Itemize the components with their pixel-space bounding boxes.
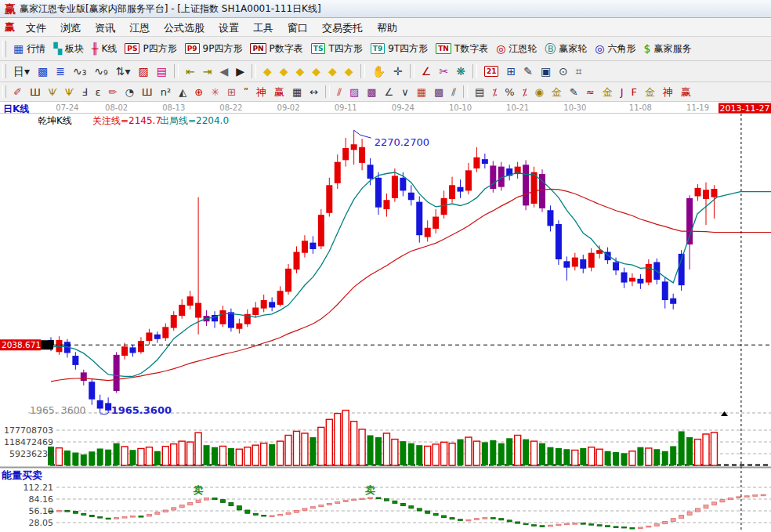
prev-page-button[interactable]: ◀ [216, 63, 231, 80]
t-percent-button[interactable]: ⁒ [489, 83, 500, 100]
energy-bar[interactable] [597, 525, 602, 527]
energy-bar[interactable] [196, 500, 201, 502]
candlestick[interactable] [219, 306, 226, 327]
volume-bar[interactable] [56, 448, 62, 465]
check-line-button[interactable]: ∨ [398, 83, 412, 100]
menu-item-4[interactable]: 江恩 [122, 20, 157, 35]
candlestick[interactable] [580, 255, 586, 273]
hist-panel-button[interactable]: ▤ [472, 83, 487, 100]
candlestick[interactable] [515, 162, 521, 179]
candlestick[interactable] [162, 324, 168, 341]
volume-bar[interactable] [138, 448, 144, 465]
wave-3-button[interactable]: ∿₃ [70, 63, 89, 80]
angle-mirror-button[interactable]: ◭ [176, 83, 190, 100]
volume-bar[interactable] [204, 445, 210, 465]
menu-item-7[interactable]: 工具 [246, 20, 281, 35]
gold-comb-2-button[interactable]: Ѱ [62, 83, 77, 100]
candlestick[interactable] [473, 147, 480, 172]
volume-bar[interactable] [367, 436, 374, 465]
candlestick[interactable] [130, 345, 136, 356]
calculator-button[interactable]: ⊞ [503, 63, 519, 80]
parallel-lines-button[interactable]: ⫽ [448, 83, 459, 100]
menu-item-3[interactable]: 资讯 [88, 20, 122, 35]
candlestick[interactable] [89, 379, 95, 405]
energy-bar[interactable] [253, 513, 258, 515]
volume-bar[interactable] [359, 429, 365, 465]
volume-bar[interactable] [130, 450, 136, 465]
volume-bar[interactable] [318, 427, 324, 465]
energy-bar[interactable] [262, 515, 266, 516]
hexagon-button[interactable]: ◎六角形 [592, 40, 639, 57]
9t-square-button[interactable]: T99T四方形 [367, 40, 431, 57]
candlestick[interactable] [670, 294, 676, 309]
candlestick[interactable] [547, 205, 553, 231]
energy-bar[interactable] [696, 508, 700, 512]
energy-bar[interactable] [671, 519, 675, 522]
t-number-table-button[interactable]: TNT数字表 [433, 40, 491, 57]
volume-bar[interactable] [473, 441, 480, 465]
volume-bar[interactable] [219, 446, 226, 465]
grid-123-button[interactable]: ▦ [289, 83, 305, 100]
volume-bar[interactable] [596, 449, 603, 465]
volume-bar[interactable] [89, 451, 95, 465]
energy-bar[interactable] [131, 516, 136, 517]
volume-bar[interactable] [695, 440, 701, 465]
energy-bar[interactable] [442, 516, 447, 518]
volume-bar[interactable] [490, 440, 496, 465]
pattern-red-button[interactable]: ▨ [135, 63, 151, 80]
volume-bar[interactable] [679, 431, 685, 465]
candlestick[interactable] [236, 319, 242, 334]
sectors-button[interactable]: ▚板块 [50, 40, 87, 57]
volume-bar[interactable] [187, 442, 194, 465]
gann-shift-left-button[interactable]: ◆ [260, 63, 275, 80]
flag-ruler-button[interactable]: Ⅎ [78, 83, 90, 100]
candlestick[interactable] [383, 194, 389, 217]
winner-wheel-button[interactable]: Ⓑ赢家轮 [541, 40, 590, 57]
volume-bar[interactable] [580, 448, 586, 465]
volume-bar[interactable] [588, 447, 595, 465]
p-number-table-button[interactable]: PNP数字表 [247, 40, 306, 57]
next-page-button[interactable]: ▶ [233, 63, 248, 80]
energy-bar[interactable] [409, 506, 414, 508]
volume-bar[interactable] [179, 441, 185, 465]
candlestick[interactable] [425, 220, 431, 241]
energy-bar[interactable] [589, 524, 594, 526]
energy-bar[interactable] [474, 519, 479, 520]
candlestick[interactable] [154, 331, 161, 342]
energy-bar[interactable] [556, 524, 561, 526]
candlestick[interactable] [351, 130, 357, 165]
energy-bar[interactable] [425, 511, 430, 513]
candlestick[interactable] [187, 291, 194, 309]
volume-bar[interactable] [146, 447, 152, 465]
energy-bar[interactable] [753, 495, 758, 497]
energy-bar[interactable] [368, 498, 373, 499]
period-daily-dropdown-button[interactable]: 日▾ [10, 63, 33, 80]
volume-bar[interactable] [342, 411, 349, 465]
energy-bar[interactable] [573, 523, 577, 525]
energy-bar[interactable] [245, 510, 250, 513]
volume-bar[interactable] [556, 448, 562, 465]
winner-service-button[interactable]: $赢家服务 [641, 40, 695, 57]
candlestick[interactable] [294, 246, 300, 273]
energy-bar[interactable] [433, 513, 438, 516]
crosshair-button[interactable]: ✛ [390, 63, 406, 80]
span-arrow-button[interactable]: ↔ [306, 83, 321, 100]
energy-bar[interactable] [188, 502, 193, 505]
energy-bar[interactable] [737, 497, 741, 498]
energy-bar[interactable] [163, 510, 168, 512]
candlestick[interactable] [637, 274, 643, 289]
volume-bar[interactable] [563, 449, 570, 465]
energy-bar[interactable] [532, 525, 537, 527]
energy-bar[interactable] [622, 527, 627, 528]
n-square-button[interactable]: n² [157, 83, 174, 100]
energy-bar[interactable] [81, 513, 86, 515]
volume-bar[interactable] [670, 446, 676, 465]
energy-bar[interactable] [540, 526, 545, 527]
energy-bar[interactable] [483, 518, 487, 519]
kline-chart[interactable]: 卖卖2038.67172270.27001965.36001965. 36000… [0, 102, 771, 532]
candlestick[interactable] [146, 329, 152, 345]
comb-2-button[interactable]: Ш [139, 83, 156, 100]
energy-bar[interactable] [139, 516, 143, 517]
candlestick[interactable] [228, 309, 234, 332]
volume-bar[interactable] [482, 442, 488, 465]
